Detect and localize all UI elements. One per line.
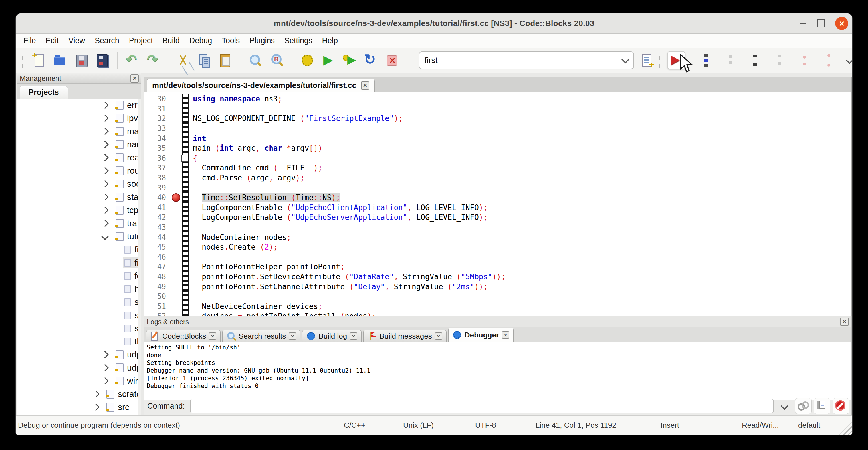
- fold-margin[interactable]: [182, 301, 189, 311]
- redo-button[interactable]: [144, 51, 162, 69]
- fold-margin[interactable]: [182, 311, 189, 316]
- tree-item[interactable]: nam: [17, 138, 142, 151]
- fold-margin[interactable]: [182, 143, 189, 153]
- fold-collapse-icon[interactable]: −: [182, 155, 188, 161]
- menu-item[interactable]: Build: [158, 36, 185, 45]
- fold-margin[interactable]: [182, 281, 189, 292]
- breakpoint-margin[interactable]: [170, 203, 182, 213]
- tree-item[interactable]: stat: [17, 190, 142, 204]
- expand-chevron-icon[interactable]: [92, 403, 99, 411]
- tree-item[interactable]: th: [17, 335, 142, 348]
- save-all-button[interactable]: [93, 51, 112, 69]
- breakpoint-margin[interactable]: [170, 124, 182, 133]
- close-button[interactable]: ×: [835, 17, 848, 30]
- log-tab-close-button[interactable]: ✕: [502, 331, 509, 339]
- code-line[interactable]: 50: [144, 292, 851, 302]
- fold-margin[interactable]: [182, 252, 189, 262]
- save-button[interactable]: [72, 51, 90, 69]
- code-line[interactable]: 51 NetDeviceContainer devices;: [144, 301, 851, 311]
- fold-margin[interactable]: [182, 104, 189, 114]
- toolbar-grip[interactable]: [22, 53, 25, 68]
- tree-item[interactable]: src: [17, 400, 142, 414]
- tree-item[interactable]: he: [17, 282, 142, 296]
- fold-margin[interactable]: [182, 272, 189, 282]
- tree-item[interactable]: six: [17, 322, 142, 335]
- tree-item[interactable]: sock: [17, 177, 142, 190]
- tree-scrollbar[interactable]: [137, 98, 142, 415]
- breakpoint-margin[interactable]: [170, 301, 182, 311]
- tab-search-results[interactable]: Search results ✕: [222, 330, 301, 342]
- code-line[interactable]: 48 pointToPoint.SetDeviceAttribute ("Dat…: [144, 272, 851, 282]
- toolbar-grip[interactable]: [290, 53, 293, 68]
- expand-chevron-icon[interactable]: [101, 206, 108, 214]
- expand-chevron-icon[interactable]: [101, 128, 108, 135]
- expand-chevron-icon[interactable]: [101, 377, 108, 384]
- breakpoint-margin[interactable]: [170, 133, 182, 143]
- debugger-output[interactable]: Setting SHELL to '/bin/sh'doneSetting br…: [144, 342, 851, 400]
- copy-button[interactable]: [195, 51, 213, 69]
- fold-margin[interactable]: [182, 163, 189, 173]
- build-and-run-button[interactable]: [340, 51, 359, 69]
- paste-button[interactable]: [216, 51, 234, 69]
- tree-item[interactable]: se: [17, 309, 142, 322]
- breakpoint-margin[interactable]: [170, 272, 182, 282]
- fold-margin[interactable]: [182, 173, 189, 183]
- breakpoint-margin[interactable]: [170, 143, 182, 153]
- tab-codeblocks[interactable]: Code::Blocks ✕: [146, 330, 221, 342]
- expand-chevron-icon[interactable]: [101, 180, 108, 187]
- expand-chevron-icon[interactable]: [101, 233, 108, 240]
- build-button[interactable]: [298, 51, 316, 69]
- log-tab-close-button[interactable]: ✕: [435, 332, 442, 340]
- minimize-button[interactable]: [796, 17, 809, 30]
- tab-projects[interactable]: Projects: [20, 86, 68, 98]
- log-tab-close-button[interactable]: ✕: [350, 332, 357, 340]
- fold-margin[interactable]: −: [182, 153, 189, 163]
- fold-margin[interactable]: [182, 124, 189, 133]
- tree-item[interactable]: tuto: [17, 230, 142, 243]
- code-line[interactable]: 30using namespace ns3;: [144, 94, 851, 104]
- tree-item[interactable]: rout: [17, 164, 142, 177]
- replace-button[interactable]: [267, 51, 285, 69]
- menu-item[interactable]: Plugins: [245, 36, 280, 45]
- find-button[interactable]: [246, 51, 264, 69]
- tree-item[interactable]: ipv6: [17, 112, 142, 125]
- fold-margin[interactable]: [182, 183, 189, 193]
- breakpoint-margin[interactable]: [170, 153, 182, 163]
- tree-item[interactable]: wire: [17, 374, 142, 387]
- tab-build-messages[interactable]: Build messages ✕: [363, 330, 446, 342]
- menu-item[interactable]: Project: [124, 36, 158, 45]
- breakpoint-icon[interactable]: [172, 193, 180, 202]
- title-bar[interactable]: mnt/dev/tools/source/ns-3-dev/examples/t…: [16, 13, 852, 34]
- tree-item[interactable]: fir: [17, 256, 142, 269]
- tree-item[interactable]: trafl: [17, 217, 142, 230]
- maximize-button[interactable]: [815, 17, 828, 30]
- tree-item[interactable]: scratch: [17, 387, 142, 400]
- code-line[interactable]: 35main (int argc, char *argv[]): [144, 143, 851, 153]
- editor-tab-close-button[interactable]: ✕: [361, 81, 369, 90]
- fold-margin[interactable]: [182, 212, 189, 222]
- breakpoint-margin[interactable]: [170, 173, 182, 183]
- menu-item[interactable]: View: [64, 36, 90, 45]
- menu-item[interactable]: Debug: [185, 36, 217, 45]
- debug-continue-button[interactable]: [667, 51, 685, 69]
- command-input[interactable]: [190, 399, 774, 414]
- resize-grip[interactable]: [839, 422, 852, 435]
- menu-item[interactable]: File: [19, 36, 41, 45]
- step-into-button[interactable]: [741, 51, 759, 69]
- fold-margin[interactable]: [182, 222, 189, 233]
- menu-item[interactable]: Search: [90, 36, 124, 45]
- breakpoint-margin[interactable]: [170, 292, 182, 302]
- tree-item[interactable]: erro: [17, 98, 142, 112]
- next-instruction-button[interactable]: [790, 51, 808, 69]
- breakpoint-margin[interactable]: [170, 163, 182, 173]
- breakpoint-margin[interactable]: [170, 104, 182, 114]
- expand-chevron-icon[interactable]: [92, 390, 99, 397]
- management-close-button[interactable]: ✕: [130, 74, 139, 83]
- new-file-button[interactable]: [30, 51, 48, 69]
- fold-margin[interactable]: [182, 262, 189, 272]
- chevron-down-icon[interactable]: [621, 55, 629, 63]
- code-line[interactable]: 42 LogComponentEnable ("UdpEchoServerApp…: [144, 212, 851, 222]
- menu-item[interactable]: Settings: [280, 36, 317, 45]
- expand-chevron-icon[interactable]: [101, 154, 108, 161]
- undo-button[interactable]: [123, 51, 141, 69]
